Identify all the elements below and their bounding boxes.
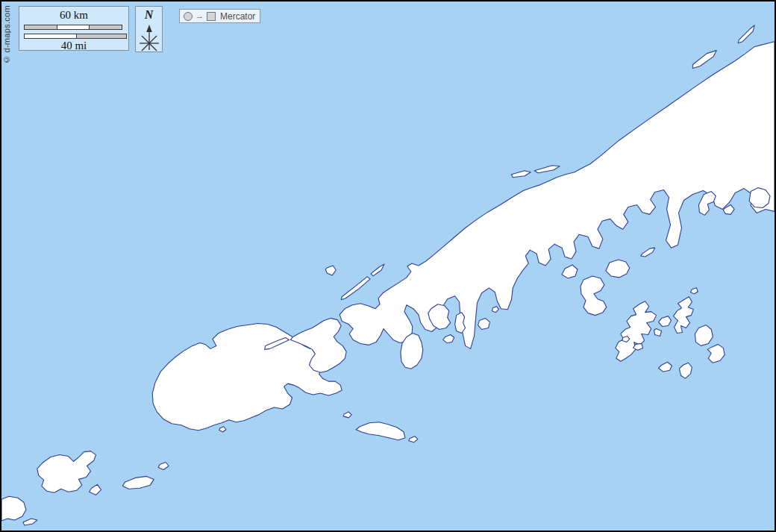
scale-box: 60 km 40 mi: [19, 6, 129, 51]
copyright-text: © d-maps.com: [2, 5, 11, 64]
projection-arrow-icon: →: [195, 12, 204, 20]
scale-bar-segment: [76, 34, 126, 38]
projection-label: Mercator: [219, 11, 255, 22]
compass-rose-icon: [137, 22, 162, 51]
sea: [1, 1, 775, 531]
north-label: N: [136, 8, 162, 22]
compass-box: N: [135, 6, 163, 52]
scale-bar-segment: [25, 25, 57, 29]
outline-map: [1, 1, 775, 531]
map-canvas: 60 km 40 mi N → Mercator © d-maps.com: [0, 0, 776, 532]
projection-badge[interactable]: → Mercator: [179, 9, 260, 23]
projection-map-icon: [207, 12, 216, 21]
scale-bar-segment: [57, 25, 90, 29]
scale-bar-km: [24, 25, 122, 30]
scale-bar-segment: [89, 25, 122, 29]
scale-bar-mi: [24, 34, 127, 39]
projection-globe-icon: [184, 12, 193, 21]
scale-km-label: 60 km: [19, 9, 128, 22]
scale-mi-label: 40 mi: [19, 40, 128, 52]
scale-bar-segment: [25, 34, 76, 38]
